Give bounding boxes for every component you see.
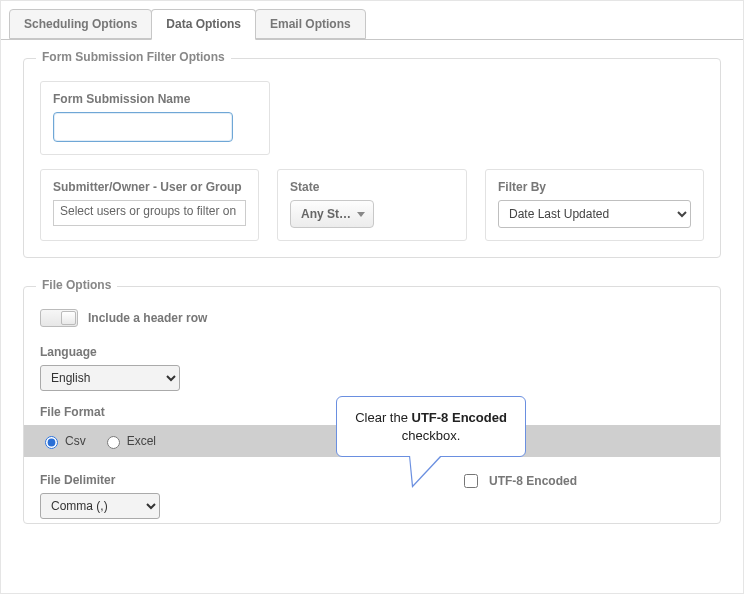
form-name-input[interactable] (53, 112, 233, 142)
language-label: Language (40, 345, 704, 359)
state-box: State Any St… (277, 169, 467, 241)
filter-options-legend: Form Submission Filter Options (36, 50, 231, 64)
format-excel-option[interactable]: Excel (102, 433, 156, 449)
format-csv-label: Csv (65, 434, 86, 448)
format-csv-option[interactable]: Csv (40, 433, 86, 449)
submitter-label: Submitter/Owner - User or Group (53, 180, 246, 194)
chevron-down-icon (357, 212, 365, 217)
filterby-label: Filter By (498, 180, 691, 194)
filterby-select[interactable]: Date Last Updated (498, 200, 691, 228)
state-dropdown[interactable]: Any St… (290, 200, 374, 228)
submitter-input[interactable]: Select users or groups to filter on (53, 200, 246, 226)
filter-options-group: Form Submission Filter Options Form Subm… (23, 58, 721, 258)
language-select[interactable]: English (40, 365, 180, 391)
tab-data[interactable]: Data Options (151, 9, 256, 40)
state-value: Any St… (301, 207, 351, 221)
form-name-label: Form Submission Name (53, 92, 257, 106)
utf8-label: UTF-8 Encoded (489, 474, 577, 488)
state-label: State (290, 180, 454, 194)
utf8-checkbox[interactable] (464, 474, 478, 488)
filterby-box: Filter By Date Last Updated (485, 169, 704, 241)
tab-content: Form Submission Filter Options Form Subm… (1, 40, 743, 544)
format-excel-label: Excel (127, 434, 156, 448)
file-options-legend: File Options (36, 278, 117, 292)
form-name-box: Form Submission Name (40, 81, 270, 155)
delimiter-select[interactable]: Comma (,) (40, 493, 160, 519)
format-csv-radio[interactable] (45, 436, 58, 449)
instruction-callout: Clear the UTF-8 Encoded checkbox. (336, 396, 526, 457)
include-header-row: Include a header row (40, 309, 704, 327)
tab-scheduling[interactable]: Scheduling Options (9, 9, 152, 39)
callout-tail-icon (409, 456, 442, 488)
bottom-row: File Delimiter Comma (,) UTF-8 Encoded (40, 471, 704, 519)
callout-text-post: checkbox. (402, 428, 461, 443)
filter-row: Submitter/Owner - User or Group Select u… (40, 169, 704, 241)
delimiter-label: File Delimiter (40, 473, 160, 487)
language-block: Language English (40, 345, 704, 391)
callout-text-bold: UTF-8 Encoded (412, 410, 507, 425)
submitter-box: Submitter/Owner - User or Group Select u… (40, 169, 259, 241)
tab-bar: Scheduling Options Data Options Email Op… (1, 1, 743, 40)
format-excel-radio[interactable] (107, 436, 120, 449)
include-header-toggle[interactable] (40, 309, 78, 327)
tab-email[interactable]: Email Options (255, 9, 366, 39)
toggle-knob (61, 311, 76, 325)
callout-text-pre: Clear the (355, 410, 411, 425)
app-frame: Scheduling Options Data Options Email Op… (0, 0, 744, 594)
delimiter-block: File Delimiter Comma (,) (40, 473, 160, 519)
include-header-label: Include a header row (88, 311, 207, 325)
utf8-block: UTF-8 Encoded (460, 471, 577, 519)
